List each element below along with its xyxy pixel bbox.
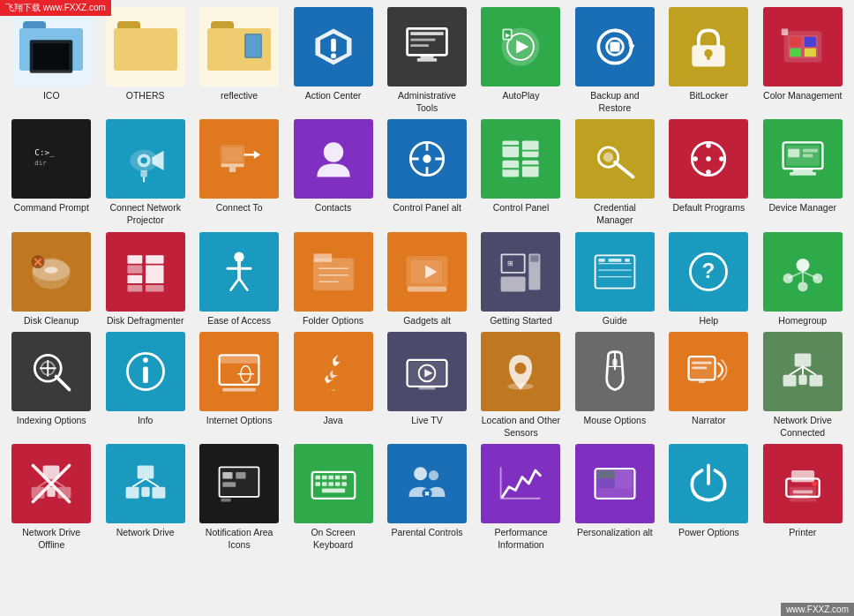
icon-cell-contacts[interactable]: Contacts <box>288 119 377 226</box>
icon-cell-gadgets-alt[interactable]: Gadgets alt <box>383 232 471 327</box>
icon-cell-control-panel[interactable]: Control Panel <box>476 119 565 226</box>
svg-rect-185 <box>315 476 320 480</box>
icon-cell-notification-area[interactable]: Notification Area Icons <box>195 444 283 551</box>
icon-cell-folder-options[interactable]: Folder Options <box>288 232 377 327</box>
svg-point-49 <box>423 155 431 163</box>
svg-rect-206 <box>596 479 615 489</box>
icon-cell-parental-controls[interactable]: Parental Controls <box>383 444 471 551</box>
svg-rect-1 <box>34 43 70 70</box>
svg-rect-8 <box>410 39 435 41</box>
svg-text:dir: dir <box>35 160 48 168</box>
icon-cell-ease-of-access[interactable]: Ease of Access <box>195 232 283 327</box>
svg-point-123 <box>798 282 807 291</box>
icon-cell-command-prompt[interactable]: C:>_ dir Command Prompt <box>7 119 95 226</box>
icon-cell-device-manager[interactable]: Device Manager <box>759 119 847 226</box>
icon-cell-live-tv[interactable]: Live TV <box>383 332 471 439</box>
icon-cell-on-screen-keyboard[interactable]: On Screen Keyboard <box>288 444 377 551</box>
icon-cell-color-management[interactable]: Color Management <box>759 7 847 114</box>
icon-label-network-drive-offline: Network Drive Offline <box>11 527 91 551</box>
icon-cell-connect-to[interactable]: Connect To <box>195 119 283 226</box>
svg-point-47 <box>323 143 342 162</box>
svg-point-67 <box>707 144 712 149</box>
icon-cell-performance-info[interactable]: Performance Information <box>476 444 565 551</box>
icon-box-on-screen-keyboard <box>294 444 373 523</box>
svg-rect-104 <box>408 286 447 291</box>
icon-cell-backup-restore[interactable]: Backup and Restore <box>571 7 659 114</box>
icon-box-performance-info <box>481 444 560 523</box>
icon-box-control-panel <box>481 119 560 199</box>
svg-rect-27 <box>790 37 801 47</box>
svg-rect-42 <box>222 147 242 162</box>
icon-cell-disk-cleanup[interactable]: Disk Cleanup <box>7 232 95 327</box>
icon-cell-default-programs[interactable]: Default Programs <box>664 119 753 226</box>
icon-cell-reflective[interactable]: reflective <box>195 7 283 114</box>
icon-cell-narrator[interactable]: Narrator <box>664 332 753 439</box>
svg-rect-11 <box>417 58 437 62</box>
svg-rect-75 <box>788 149 799 157</box>
icon-box-bitlocker <box>669 7 748 86</box>
icon-box-connect-to <box>199 119 279 199</box>
svg-rect-134 <box>143 367 148 384</box>
icon-box-mouse-options <box>575 332 655 411</box>
icon-cell-homegroup[interactable]: Homegroup <box>759 232 847 327</box>
icon-cell-getting-started[interactable]: ⊞ Getting Started <box>476 232 565 327</box>
icon-cell-ico[interactable]: ICO <box>7 7 95 114</box>
icon-cell-network-drive-offline[interactable]: Network Drive Offline <box>7 444 95 551</box>
svg-point-197 <box>429 471 438 481</box>
svg-rect-194 <box>341 483 347 487</box>
icon-cell-mouse-options[interactable]: Mouse Options <box>571 332 659 439</box>
svg-rect-54 <box>503 141 520 158</box>
svg-rect-181 <box>222 483 236 488</box>
icon-cell-action-center[interactable]: Action Center <box>288 7 377 114</box>
icon-label-network-drive: Network Drive <box>116 527 175 539</box>
icon-cell-control-panel-alt[interactable]: Control Panel alt <box>383 119 471 226</box>
svg-rect-210 <box>790 487 816 502</box>
icon-cell-internet-options[interactable]: Internet Options <box>195 332 283 439</box>
icon-label-power-options: Power Options <box>678 527 739 539</box>
svg-point-70 <box>719 156 724 162</box>
svg-rect-117 <box>625 259 630 262</box>
icon-label-location-sensors: Location and Other Sensors <box>481 415 560 439</box>
icon-cell-disk-defrag[interactable]: Disk Defragmenter <box>101 232 189 327</box>
icon-label-ico: ICO <box>43 90 60 102</box>
icon-cell-connect-network-projector[interactable]: Connect Network Projector <box>101 119 189 226</box>
icon-cell-bitlocker[interactable]: BitLocker <box>664 7 753 114</box>
svg-rect-172 <box>125 487 139 499</box>
svg-rect-24 <box>707 53 710 59</box>
icon-cell-administrative-tools[interactable]: Administrative Tools <box>383 7 471 114</box>
icon-box-gadgets-alt <box>387 232 467 312</box>
icon-cell-personalization[interactable]: Personalization alt <box>571 444 659 551</box>
svg-rect-145 <box>419 387 436 390</box>
icon-cell-location-sensors[interactable]: Location and Other Sensors <box>476 332 565 439</box>
svg-rect-76 <box>803 149 818 153</box>
icon-cell-guide[interactable]: Guide <box>571 232 659 327</box>
icon-cell-printer[interactable]: Printer <box>759 444 847 551</box>
icon-cell-others[interactable]: OTHERS <box>101 7 189 114</box>
icon-label-ease-of-access: Ease of Access <box>207 315 271 327</box>
icon-label-live-tv: Live TV <box>411 415 442 427</box>
icon-cell-java[interactable]: Java <box>288 332 377 439</box>
icon-label-default-programs: Default Programs <box>672 202 745 214</box>
icon-box-internet-options <box>199 332 279 411</box>
icon-label-contacts: Contacts <box>315 202 351 214</box>
svg-rect-176 <box>141 487 149 497</box>
icon-cell-autoplay[interactable]: ▶ AutoPlay <box>476 7 565 114</box>
svg-rect-162 <box>798 375 806 385</box>
svg-rect-5 <box>331 53 336 58</box>
icon-label-internet-options: Internet Options <box>206 415 273 427</box>
icon-cell-network-drive[interactable]: Network Drive <box>101 444 189 551</box>
icon-cell-info[interactable]: Info <box>101 332 189 439</box>
icon-cell-network-drive-connected[interactable]: Network Drive Connected <box>759 332 847 439</box>
svg-line-175 <box>146 479 159 487</box>
icon-cell-help[interactable]: ? Help <box>664 232 753 327</box>
svg-text:?: ? <box>702 259 715 282</box>
svg-rect-179 <box>222 472 232 478</box>
svg-point-196 <box>414 468 427 481</box>
icon-cell-indexing-options[interactable]: Indexing Options <box>7 332 95 439</box>
icon-box-network-drive-connected <box>763 332 843 411</box>
icon-box-network-drive-offline <box>11 444 91 523</box>
icon-cell-credential-manager[interactable]: Credential Manager <box>571 119 659 226</box>
icon-cell-power-options[interactable]: Power Options <box>664 444 753 551</box>
svg-rect-187 <box>328 476 333 480</box>
icon-label-bitlocker: BitLocker <box>689 90 728 102</box>
